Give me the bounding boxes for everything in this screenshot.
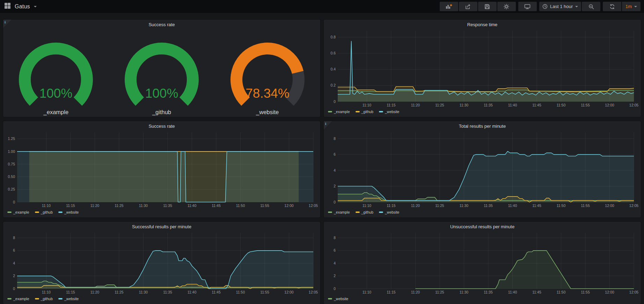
panel-title[interactable]: Total results per minute xyxy=(324,121,641,129)
legend-item-_example[interactable]: _example xyxy=(328,110,350,114)
svg-text:11:10: 11:10 xyxy=(42,290,51,294)
svg-text:11:35: 11:35 xyxy=(484,103,493,107)
unsuccessful-results-chart[interactable]: 11:1011:1511:2011:2511:3011:3511:4011:45… xyxy=(325,230,639,295)
legend-color-dash xyxy=(7,212,12,213)
refresh-button[interactable] xyxy=(603,2,621,11)
legend-label: _github xyxy=(361,210,373,214)
legend-item-_github[interactable]: _github xyxy=(356,210,373,214)
svg-text:11:30: 11:30 xyxy=(139,290,148,294)
legend-item-_website[interactable]: _website xyxy=(328,297,348,301)
svg-text:2: 2 xyxy=(334,274,336,278)
panel-success-rate-gauges: i Success rate 100%_example100%_github78… xyxy=(3,20,320,117)
legend-item-_website[interactable]: _website xyxy=(58,297,79,301)
svg-text:0: 0 xyxy=(13,287,15,291)
panel-info-corner[interactable]: i xyxy=(324,121,332,129)
success-rate-chart[interactable]: 11:1011:1511:2011:2511:3011:3511:4011:45… xyxy=(5,129,319,208)
svg-text:4: 4 xyxy=(13,261,15,265)
legend-color-dash xyxy=(356,111,360,112)
time-range-picker[interactable]: Last 1 hour xyxy=(539,2,581,11)
legend-item-_github[interactable]: _github xyxy=(35,210,53,214)
zoom-out-icon xyxy=(588,4,594,9)
svg-text:2: 2 xyxy=(13,274,15,278)
svg-text:11:40: 11:40 xyxy=(508,290,517,294)
svg-text:11:50: 11:50 xyxy=(236,290,245,294)
legend: _website xyxy=(324,295,641,304)
refresh-interval-caret-down-icon xyxy=(634,6,637,7)
svg-text:0: 0 xyxy=(334,200,336,204)
svg-text:11:40: 11:40 xyxy=(188,290,197,294)
panel-title[interactable]: Success rate xyxy=(3,121,320,129)
zoom-out-button[interactable] xyxy=(582,2,600,11)
dashboard-caret-down-icon[interactable] xyxy=(34,6,37,7)
chart-svg[interactable]: 11:1011:1511:2011:2511:3011:3511:4011:45… xyxy=(325,129,639,208)
svg-text:8: 8 xyxy=(334,136,336,141)
legend-label: _website xyxy=(334,297,348,301)
legend-item-_example[interactable]: _example xyxy=(328,210,350,214)
svg-text:11:30: 11:30 xyxy=(460,290,469,294)
chart-svg[interactable]: 11:1011:1511:2011:2511:3011:3511:4011:45… xyxy=(5,230,319,295)
share-button[interactable] xyxy=(459,2,477,11)
gauge: 100% xyxy=(120,38,204,108)
legend-label: _example xyxy=(334,110,350,114)
chart-svg[interactable]: 11:1011:1511:2011:2511:3011:3511:4011:45… xyxy=(325,230,639,295)
navbar: Gatus xyxy=(0,0,644,13)
total-results-chart[interactable]: 11:1011:1511:2011:2511:3011:3511:4011:45… xyxy=(325,129,639,208)
legend-item-_github[interactable]: _github xyxy=(35,297,53,301)
svg-text:11:50: 11:50 xyxy=(236,203,245,208)
legend: _example_github_website xyxy=(3,208,320,217)
refresh-interval-picker[interactable]: 1m xyxy=(622,2,641,11)
settings-button[interactable] xyxy=(497,2,516,11)
successful-results-chart[interactable]: 11:1011:1511:2011:2511:3011:3511:4011:45… xyxy=(5,230,319,295)
gauge: 78.34% xyxy=(226,38,309,108)
svg-text:11:55: 11:55 xyxy=(260,290,269,294)
dashboard-title[interactable]: Gatus xyxy=(15,3,30,10)
svg-text:4: 4 xyxy=(334,168,336,172)
svg-text:11:55: 11:55 xyxy=(581,203,590,208)
clock-icon xyxy=(542,4,548,9)
legend-item-_example[interactable]: _example xyxy=(7,297,29,301)
legend-item-_example[interactable]: _example xyxy=(7,210,29,214)
legend-label: _example xyxy=(13,297,29,301)
svg-text:11:55: 11:55 xyxy=(260,203,269,208)
cycle-view-mode-button[interactable] xyxy=(518,2,537,11)
share-icon xyxy=(465,4,471,9)
svg-text:11:40: 11:40 xyxy=(188,203,197,208)
legend-item-_website[interactable]: _website xyxy=(58,210,79,214)
time-range-caret-down-icon xyxy=(575,6,578,7)
svg-text:78.34%: 78.34% xyxy=(246,86,290,101)
legend-label: _example xyxy=(334,210,350,214)
svg-text:1.25: 1.25 xyxy=(8,136,15,141)
legend-color-dash xyxy=(379,111,383,112)
svg-text:11:20: 11:20 xyxy=(411,103,420,107)
panel-unsuccessful-results: Unsuccessful results per minute 11:1011:… xyxy=(324,222,641,304)
panel-info-corner[interactable]: i xyxy=(3,20,12,28)
legend-item-_github[interactable]: _github xyxy=(356,110,373,114)
svg-text:0: 0 xyxy=(13,200,15,204)
legend-color-dash xyxy=(58,298,63,299)
svg-text:8: 8 xyxy=(13,236,15,240)
legend-item-_website[interactable]: _website xyxy=(379,110,399,114)
legend-item-_website[interactable]: _website xyxy=(379,210,399,214)
svg-text:12:05: 12:05 xyxy=(629,203,638,208)
gauge-label: _github xyxy=(152,109,171,116)
svg-text:6: 6 xyxy=(13,248,15,252)
svg-text:11:15: 11:15 xyxy=(66,203,75,208)
chart-svg[interactable]: 11:1011:1511:2011:2511:3011:3511:4011:45… xyxy=(325,28,639,108)
svg-text:11:15: 11:15 xyxy=(387,203,396,208)
refresh-interval-label: 1m xyxy=(625,4,632,9)
dashboard-grid-icon[interactable] xyxy=(4,2,11,10)
panel-title[interactable]: Success rate xyxy=(3,20,320,28)
svg-text:11:45: 11:45 xyxy=(212,290,221,294)
add-panel-button[interactable] xyxy=(440,2,458,11)
svg-text:11:40: 11:40 xyxy=(508,203,517,208)
response-time-chart[interactable]: 11:1011:1511:2011:2511:3011:3511:4011:45… xyxy=(325,28,639,108)
panel-title[interactable]: Unsuccessful results per minute xyxy=(324,222,641,230)
save-button[interactable] xyxy=(478,2,497,11)
chart-svg[interactable]: 11:1011:1511:2011:2511:3011:3511:4011:45… xyxy=(5,129,319,208)
legend-color-dash xyxy=(379,212,383,213)
gauge: 100% xyxy=(14,38,98,108)
panel-title[interactable]: Successful results per minute xyxy=(3,222,320,230)
panel-title[interactable]: Response time xyxy=(324,20,641,28)
legend-color-dash xyxy=(58,212,63,213)
svg-text:11:45: 11:45 xyxy=(532,103,541,107)
